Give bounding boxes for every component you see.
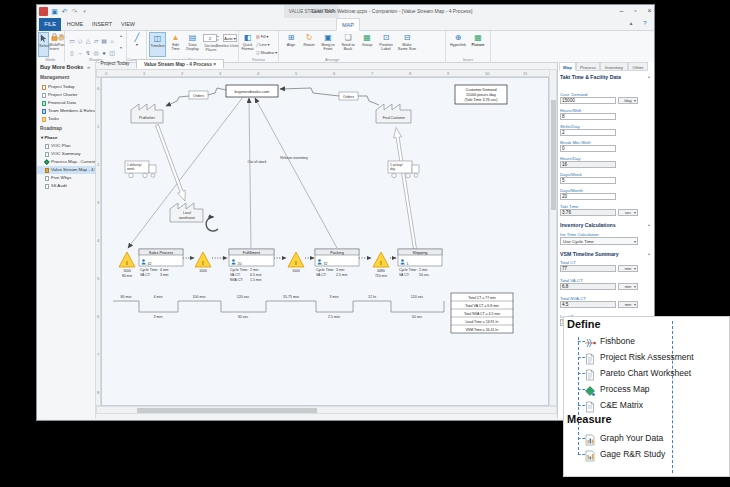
rotate-button[interactable]: ↻Rotate: [301, 32, 317, 57]
cust-demand-unit-dropdown[interactable]: /day▾: [618, 97, 638, 104]
sidebar-item-voc-plan[interactable]: VOC Plan: [37, 142, 96, 150]
panel-tab-inventory[interactable]: Inventory: [600, 62, 628, 71]
shadow-button[interactable]: ❏ Shadow ▾: [256, 49, 277, 57]
tool-item-fishbone[interactable]: Fishbone: [564, 333, 724, 349]
app-icon[interactable]: [39, 7, 48, 16]
horizontal-scrollbar[interactable]: [96, 406, 557, 414]
timeline-summary-table[interactable]: Total CT = 77 min Total VA CT = 6.8 min …: [451, 293, 513, 333]
electronic-flow-shape[interactable]: ↯: [84, 49, 92, 57]
fill-button[interactable]: ▨ Fill ▾: [256, 33, 268, 41]
panel-tab-map[interactable]: Map: [559, 62, 576, 71]
tab-insert[interactable]: INSERT: [89, 18, 115, 31]
cust-demand-input[interactable]: 15000: [560, 97, 616, 104]
sidebar-item-team-members[interactable]: Team Members & Roles: [37, 107, 96, 115]
decision-shape[interactable]: ◇: [76, 37, 84, 45]
help-icon[interactable]: ?: [639, 18, 651, 29]
make-same-size-button[interactable]: ⊟Make Same Size: [397, 32, 417, 57]
shifts-day-input[interactable]: 2: [560, 129, 616, 136]
sidebar-item-project-charter[interactable]: Project Charter: [37, 91, 96, 99]
spinner-arrows-icon[interactable]: ▴▾: [217, 34, 219, 42]
withdrawal-shape[interactable]: ◎: [92, 49, 100, 57]
doc-tab-close-icon[interactable]: ×: [213, 62, 216, 67]
bring-to-front-button[interactable]: ▣Bring to Front: [319, 32, 337, 57]
edit-time-button[interactable]: ▲ Edit Time: [168, 32, 183, 57]
sidebar-item-value-stream-map[interactable]: Value Stream Map - 4 Process: [37, 166, 96, 174]
group-button[interactable]: ▦Group: [359, 32, 375, 57]
decimal-places-spinner[interactable]: 2: [203, 34, 217, 42]
save-icon[interactable]: ▣: [50, 7, 59, 16]
break-min-input[interactable]: 0: [560, 145, 616, 152]
sidebar-item-5s-audit[interactable]: 5S Audit: [37, 182, 96, 190]
sidebar-item-voc-summary[interactable]: VOC Summary: [37, 150, 96, 158]
orders-left-box[interactable]: Orders: [189, 91, 208, 99]
redo-icon[interactable]: ↷: [70, 7, 79, 16]
send-to-back-button[interactable]: ❏Send to Back: [339, 32, 357, 57]
timeline-shape[interactable]: ◫: [108, 49, 116, 57]
maximize-button[interactable]: ▫: [629, 5, 642, 17]
close-button[interactable]: ×: [643, 5, 656, 17]
select-button[interactable]: Select: [38, 32, 49, 57]
sidebar-collapse-icon[interactable]: «: [87, 64, 90, 70]
sidebar-item-project-today[interactable]: Project Today: [37, 83, 96, 91]
pan-button[interactable]: Pan: [57, 32, 65, 57]
takt-collapse-icon[interactable]: ▴: [648, 74, 650, 79]
position-label-button[interactable]: ⊡Position Label: [377, 32, 395, 57]
orders-right-box[interactable]: Orders: [339, 92, 358, 100]
truck-shape[interactable]: ▯: [68, 49, 76, 57]
doc-tab-project-today[interactable]: Project Today: [98, 59, 132, 69]
quick-format-button[interactable]: ◧ Quick Format: [240, 32, 255, 57]
data-shape[interactable]: ▱: [92, 37, 100, 45]
customer-demand-box[interactable]: Customer Demand 15000 pieces /day (Takt …: [455, 85, 507, 104]
doc-tab-value-stream-map[interactable]: Value Stream Map - 4 Process ×: [136, 59, 224, 69]
sidebar-item-financial-data[interactable]: Financial Data: [37, 99, 96, 107]
tab-file[interactable]: FILE: [39, 18, 61, 31]
tab-map[interactable]: MAP: [336, 18, 360, 31]
tool-item-pareto[interactable]: Pareto Chart Worksheet: [564, 365, 724, 381]
canvas-page[interactable]: [102, 78, 549, 406]
collapse-ribbon-icon[interactable]: ▴: [625, 18, 637, 29]
tool-item-process-map[interactable]: Process Map: [564, 381, 724, 397]
panel-tab-other[interactable]: Other: [628, 62, 648, 71]
hyperlink-button[interactable]: ⊕Hyperlink: [449, 32, 467, 57]
summary-collapse-icon[interactable]: ▴: [648, 251, 650, 256]
push-arrow-shape[interactable]: →: [76, 49, 84, 57]
align-button[interactable]: ⊞Align: [283, 32, 299, 57]
sidebar-item-five-whys[interactable]: Five Whys: [37, 174, 96, 182]
minimize-button[interactable]: –: [615, 5, 628, 17]
operator-shape[interactable]: ●: [100, 49, 108, 57]
days-month-input[interactable]: 20: [560, 193, 616, 200]
process-shape[interactable]: ▭: [68, 37, 76, 45]
website-box[interactable]: buymorebooks.com: [226, 85, 278, 97]
tool-item-ce-matrix[interactable]: C&E Matrix: [564, 397, 724, 413]
inventory-shape[interactable]: △: [84, 37, 92, 45]
total-ct-unit-dropdown[interactable]: min▾: [618, 265, 638, 272]
kaizen-shape[interactable]: ▤: [100, 37, 108, 45]
inv-time-calc-dropdown[interactable]: Use Cycle Time▾: [560, 237, 638, 245]
picture-button[interactable]: ▦Picture: [469, 32, 487, 57]
vertical-scrollbar[interactable]: [549, 69, 557, 406]
total-va-ct-unit-dropdown[interactable]: min▾: [618, 283, 638, 290]
timeline-units-dropdown[interactable]: Auto ▾: [223, 34, 237, 42]
shapes-scroll-down-icon[interactable]: ▾: [120, 45, 122, 50]
inventory-collapse-icon[interactable]: ▴: [648, 222, 650, 227]
tool-item-gage-rr[interactable]: Gage R&R Study: [564, 446, 724, 462]
factory-shape[interactable]: ⌂: [108, 37, 116, 45]
panel-tab-process[interactable]: Process: [576, 62, 600, 71]
takt-time-unit-dropdown[interactable]: sec▾: [618, 209, 638, 216]
tool-item-project-risk[interactable]: Project Risk Assessment: [564, 349, 724, 365]
days-week-input[interactable]: 5: [560, 177, 616, 184]
total-nva-ct-unit-dropdown[interactable]: min▾: [618, 301, 638, 308]
undo-icon[interactable]: ↶: [60, 7, 69, 16]
sidebar-item-phase[interactable]: ▾ Phase: [37, 134, 96, 142]
sidebar-item-tasks[interactable]: Tasks: [37, 115, 96, 123]
hours-shift-input[interactable]: 8: [560, 113, 616, 120]
line-button[interactable]: ╱ Line ▾: [256, 41, 270, 49]
tool-item-graph-your-data[interactable]: Graph Your Data: [564, 430, 724, 446]
connector-button[interactable]: ╱ ▾: [129, 32, 145, 57]
timeline-button[interactable]: ◫ Timeline: [149, 32, 166, 57]
tab-view[interactable]: VIEW: [117, 18, 139, 31]
tab-home[interactable]: HOME: [63, 18, 87, 31]
shapes-scroll-up-icon[interactable]: ▴: [120, 33, 122, 38]
sidebar-item-process-map-current[interactable]: Process Map - Current State: [37, 158, 96, 166]
quick-access-dropdown-icon[interactable]: ▾: [80, 7, 89, 16]
